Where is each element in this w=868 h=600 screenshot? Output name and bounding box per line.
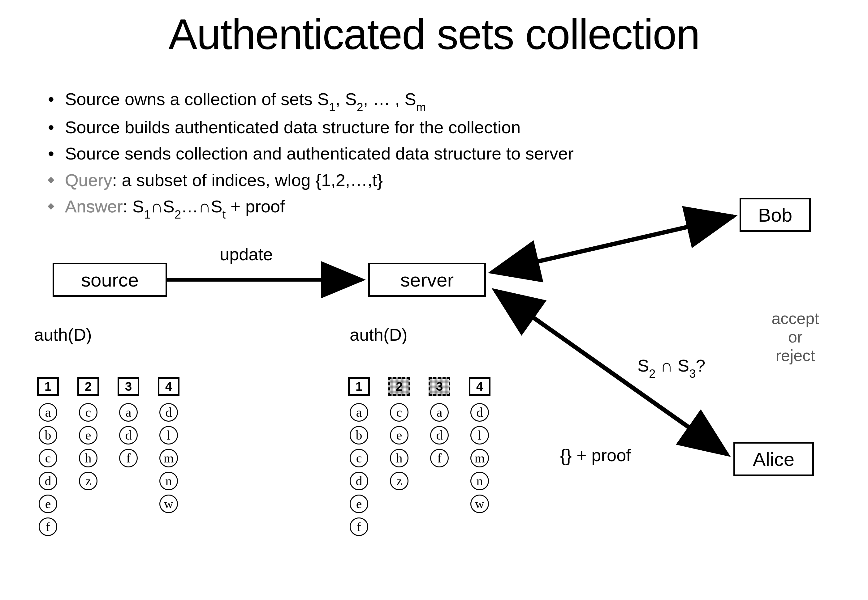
set-element: l xyxy=(470,426,489,444)
set-element: m xyxy=(470,449,489,467)
bullet-dot: • xyxy=(37,141,65,166)
server-box: server xyxy=(368,263,486,297)
set-element: h xyxy=(390,449,409,467)
set-column: 3adf xyxy=(429,377,450,467)
set-element: n xyxy=(470,472,489,490)
set-header: 4 xyxy=(469,377,491,395)
set-element: f xyxy=(119,449,138,467)
set-header: 3 xyxy=(118,377,139,395)
set-element: c xyxy=(350,449,368,467)
set-column: 3adf xyxy=(118,377,139,467)
set-element: c xyxy=(39,449,57,467)
slide-title: Authenticated sets collection xyxy=(0,9,868,59)
bullet-5: ◆ Answer: S1∩S2…∩St + proof xyxy=(37,194,574,221)
set-element: b xyxy=(39,426,57,444)
bullet-text: Source builds authenticated data structu… xyxy=(65,115,520,140)
bullet-2: • Source builds authenticated data struc… xyxy=(37,115,574,140)
set-element: d xyxy=(350,472,368,490)
set-element: d xyxy=(119,426,138,444)
update-label: update xyxy=(220,244,273,264)
bullet-dot: • xyxy=(37,115,65,140)
bullet-3: • Source sends collection and authentica… xyxy=(37,141,574,166)
set-element: f xyxy=(39,517,57,536)
set-element: z xyxy=(79,472,97,490)
bullet-dot: ◆ xyxy=(37,200,65,212)
query-label: S2 ∩ S3? xyxy=(637,356,705,378)
set-element: e xyxy=(39,495,57,513)
set-element: d xyxy=(160,403,178,422)
set-element: f xyxy=(430,449,449,467)
bullet-list: • Source owns a collection of sets S1, S… xyxy=(37,86,574,222)
source-box: source xyxy=(53,263,167,297)
set-element: b xyxy=(350,426,368,444)
set-column: 4dlmnw xyxy=(469,377,491,513)
set-element: m xyxy=(160,449,178,467)
set-element: h xyxy=(79,449,97,467)
authd-right-label: auth(D) xyxy=(350,324,407,345)
slide: Authenticated sets collection • Source o… xyxy=(0,0,868,600)
set-column: 2cehz xyxy=(388,377,410,490)
set-element: c xyxy=(79,403,97,422)
answer-label: {} + proof xyxy=(560,445,631,465)
bullet-text: Answer: S1∩S2…∩St + proof xyxy=(65,194,285,221)
bullet-text: Query: a subset of indices, wlog {1,2,…,… xyxy=(65,168,383,192)
bullet-dot: ◆ xyxy=(37,173,65,186)
set-element: a xyxy=(119,403,138,422)
set-element: e xyxy=(79,426,97,444)
set-column: 1abcdef xyxy=(348,377,370,536)
set-element: w xyxy=(160,495,178,513)
set-element: z xyxy=(390,472,409,490)
set-element: d xyxy=(39,472,57,490)
set-header: 2 xyxy=(388,377,410,395)
set-element: l xyxy=(160,426,178,444)
set-column: 1abcdef xyxy=(37,377,59,536)
bullet-1: • Source owns a collection of sets S1, S… xyxy=(37,86,574,114)
accept-reject-label: accept or reject xyxy=(764,309,826,365)
authd-left-label: auth(D) xyxy=(34,324,92,345)
svg-line-1 xyxy=(492,217,733,272)
set-element: e xyxy=(390,426,409,444)
set-element: a xyxy=(430,403,449,422)
set-column: 2cehz xyxy=(78,377,99,490)
alice-box: Alice xyxy=(733,442,814,476)
set-element: d xyxy=(470,403,489,422)
set-header: 1 xyxy=(348,377,370,395)
bullet-dot: • xyxy=(37,86,65,112)
set-header: 2 xyxy=(78,377,99,395)
set-element: a xyxy=(350,403,368,422)
set-header: 4 xyxy=(158,377,179,395)
bob-box: Bob xyxy=(740,198,811,232)
set-header: 3 xyxy=(429,377,450,395)
set-element: f xyxy=(350,517,368,536)
set-element: d xyxy=(430,426,449,444)
set-element: a xyxy=(39,403,57,422)
set-element: w xyxy=(470,495,489,513)
bullet-text: Source sends collection and authenticate… xyxy=(65,141,574,166)
set-header: 1 xyxy=(37,377,59,395)
set-column: 4dlmnw xyxy=(158,377,179,513)
bullet-text: Source owns a collection of sets S1, S2,… xyxy=(65,86,426,114)
set-element: c xyxy=(390,403,409,422)
set-element: n xyxy=(160,472,178,490)
bullet-4: ◆ Query: a subset of indices, wlog {1,2,… xyxy=(37,168,574,192)
set-element: e xyxy=(350,495,368,513)
